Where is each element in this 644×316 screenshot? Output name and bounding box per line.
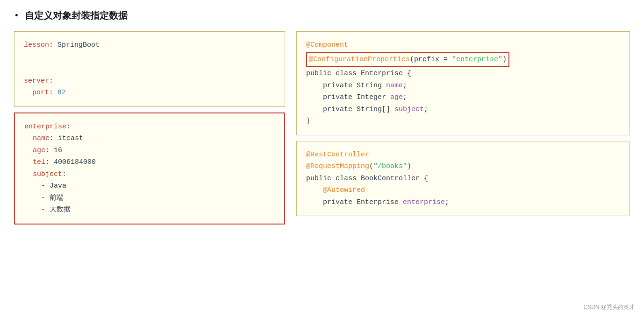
java-request-mapping: @RequestMapping("/books") <box>306 161 620 173</box>
yaml-name: name: itcast <box>24 133 275 145</box>
yaml-subject-frontend: - 前端 <box>24 192 275 204</box>
java-top-box: @Component @ConfigurationProperties(pref… <box>296 31 630 135</box>
yaml-line-1: lesson: SpringBoot <box>24 39 275 51</box>
yaml-line-5: port: 82 <box>24 87 275 99</box>
yaml-line-2 <box>24 51 275 63</box>
java-class-decl: public class Enterprise { <box>306 68 620 80</box>
yaml-age: age: 16 <box>24 145 275 157</box>
java-component: @Component <box>306 39 620 51</box>
java-field-subject: private String[] subject; <box>306 104 620 116</box>
yaml-enterprise: enterprise: <box>24 121 275 133</box>
java-rest-controller: @RestController <box>306 149 620 161</box>
java-field-name: private String name; <box>306 80 620 92</box>
section-title: 自定义对象封装指定数据 <box>25 9 128 22</box>
java-bookcontroller-decl: public class BookController { <box>306 173 620 185</box>
java-enterprise-field: private Enterprise enterprise; <box>306 197 620 209</box>
yaml-line-4: server: <box>24 75 275 87</box>
yaml-subject-bigdata: - 大数据 <box>24 204 275 216</box>
main-content: lesson: SpringBoot server: port: 82 ente… <box>14 31 630 225</box>
java-config-props: @ConfigurationProperties(prefix = "enter… <box>306 52 509 67</box>
yaml-line-3 <box>24 63 275 75</box>
java-class-close: } <box>306 115 620 127</box>
left-panel: lesson: SpringBoot server: port: 82 ente… <box>14 31 285 225</box>
java-autowired: @Autowired <box>306 184 620 197</box>
bullet-point: • <box>14 11 19 21</box>
yaml-subject-java: - Java <box>24 180 275 192</box>
yaml-subject: subject: <box>24 169 275 181</box>
header-section: • 自定义对象封装指定数据 <box>14 9 630 22</box>
java-field-age: private Integer age; <box>306 91 620 104</box>
right-panel: @Component @ConfigurationProperties(pref… <box>296 31 630 225</box>
java-bottom-box: @RestController @RequestMapping("/books"… <box>296 141 630 217</box>
yaml-tel: tel: 4006184000 <box>24 156 275 169</box>
yaml-bottom-box: enterprise: name: itcast age: 16 tel: 40… <box>14 112 285 225</box>
yaml-top-box: lesson: SpringBoot server: port: 82 <box>14 31 285 107</box>
